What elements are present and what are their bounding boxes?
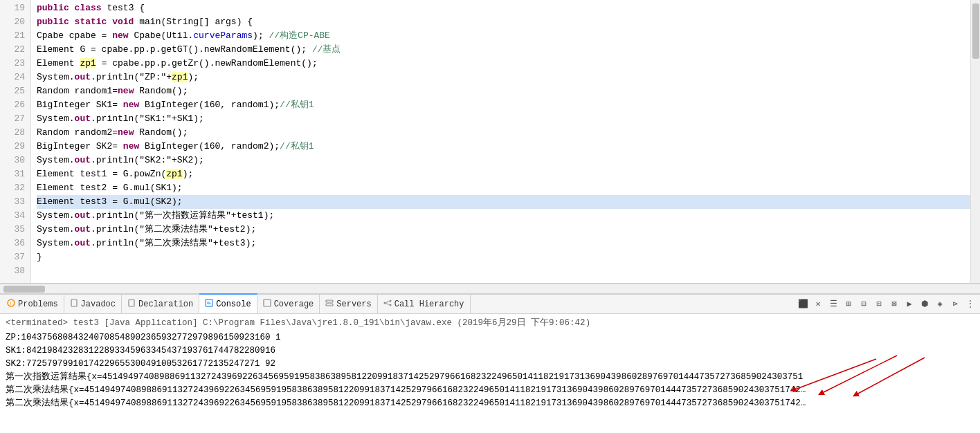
scrollbar-h-thumb[interactable] (3, 286, 45, 293)
code-line-37: } (37, 250, 970, 264)
action-btn-6[interactable]: ⬢ (918, 297, 932, 311)
code-line-36: System.out.println("第二次乘法结果"+test3); (37, 237, 970, 250)
code-line-28: Random random2=new Random(); (37, 126, 970, 140)
tab-label-coverage: Coverage (274, 300, 314, 309)
code-line-34: System.out.println("第一次指数运算结果"+test1); (37, 209, 970, 223)
code-line-27: System.out.println("SK1:"+SK1); (37, 112, 970, 126)
action-btn-9[interactable]: ⋮ (963, 297, 977, 311)
svg-text:!: ! (9, 300, 12, 306)
code-line-32: Element test2 = G.mul(SK1); (37, 181, 970, 195)
horizontal-scrollbar[interactable] (0, 284, 980, 293)
line-numbers: 1920212223242526272829303132333435363738 (0, 0, 31, 283)
line-number-28: 28 (6, 126, 25, 140)
tab-action-area: ⬛✕☰⊞⊟⊡⊠▶⬢◈⊳⋮ (796, 295, 980, 313)
console-body: <terminated> test3 [Java Application] C:… (0, 314, 980, 433)
code-line-33: Element test3 = G.mul(SK2); (37, 195, 970, 209)
line-number-29: 29 (6, 140, 25, 154)
action-btn-4[interactable]: ⊠ (887, 297, 901, 311)
tab-declaration[interactable]: Declaration (122, 295, 199, 313)
line-number-35: 35 (6, 223, 25, 237)
line-number-31: 31 (6, 167, 25, 181)
tab-javadoc[interactable]: Javadoc (64, 295, 122, 313)
console-line-5: 第二次乘法结果{x=451494974089886911327243969226… (6, 384, 974, 397)
line-number-37: 37 (6, 250, 25, 264)
tab-label-problems: Problems (18, 300, 58, 309)
line-number-33: 33 (6, 195, 25, 209)
svg-rect-4 (206, 300, 212, 306)
action-btn-5[interactable]: ▶ (902, 297, 916, 311)
line-number-27: 27 (6, 112, 25, 126)
tab-label-servers: Servers (336, 300, 371, 309)
line-number-22: 22 (6, 43, 25, 57)
line-number-25: 25 (6, 84, 25, 98)
vertical-scrollbar[interactable] (970, 0, 980, 283)
code-line-38 (37, 264, 970, 278)
console-line-2: SK1:842198423283122893345963345437193761… (6, 344, 974, 358)
svg-rect-7 (264, 300, 271, 306)
code-line-23: Element zp1 = cpabe.pp.p.getZr().newRand… (37, 57, 970, 71)
declaration-icon (127, 299, 136, 310)
line-number-32: 32 (6, 181, 25, 195)
line-number-21: 21 (6, 29, 25, 43)
svg-line-13 (385, 301, 389, 302)
javadoc-icon (70, 299, 78, 310)
line-number-23: 23 (6, 57, 25, 71)
tab-label-console: Console (216, 300, 251, 309)
warning-icon: ! (7, 299, 15, 310)
hierarchy-icon (383, 299, 392, 310)
tab-coverage[interactable]: Coverage (257, 295, 320, 313)
tab-servers[interactable]: Servers (320, 295, 377, 313)
svg-point-12 (389, 304, 391, 306)
line-number-24: 24 (6, 71, 25, 84)
line-number-30: 30 (6, 154, 25, 167)
console-area: <terminated> test3 [Java Application] C:… (0, 314, 980, 413)
console-output: ZP:1043756808432407085489023659327729798… (6, 331, 974, 410)
svg-point-11 (389, 300, 391, 302)
line-number-19: 19 (6, 1, 25, 15)
console-line-4: 第一次指数运算结果{x=4514949740898869113272439692… (6, 371, 974, 384)
tab-label-javadoc: Javadoc (81, 300, 116, 309)
action-btn-7[interactable]: ◈ (933, 297, 947, 311)
stop-button[interactable]: ⬛ (796, 297, 810, 311)
clear-button[interactable]: ☰ (826, 297, 840, 311)
line-number-20: 20 (6, 15, 25, 29)
line-number-34: 34 (6, 209, 25, 223)
action-btn-8[interactable]: ⊳ (948, 297, 962, 311)
action-btn-2[interactable]: ⊟ (857, 297, 871, 311)
code-line-30: System.out.println("SK2:"+SK2); (37, 154, 970, 167)
code-line-20: public static void main(String[] args) { (37, 15, 970, 29)
tab-label-call-hierarchy: Call Hierarchy (394, 300, 464, 309)
remove-button[interactable]: ✕ (811, 297, 825, 311)
scrollbar-thumb[interactable] (972, 3, 979, 59)
bottom-section: !ProblemsJavadocDeclarationConsoleCovera… (0, 293, 980, 433)
console-terminated-label: <terminated> test3 [Java Application] C:… (6, 317, 974, 330)
code-line-21: Cpabe cpabe = new Cpabe(Util.curveParams… (37, 29, 970, 43)
tab-console[interactable]: Console (199, 293, 257, 313)
svg-rect-9 (326, 304, 333, 306)
coverage-icon (263, 299, 271, 310)
tab-problems[interactable]: !Problems (1, 295, 64, 313)
line-number-38: 38 (6, 264, 25, 278)
console-line-6: 第二次乘法结果{x=451494974089886911327243969226… (6, 397, 974, 410)
svg-rect-3 (129, 300, 134, 306)
code-line-25: Random random1=new Random(); (37, 84, 970, 98)
tab-call-hierarchy[interactable]: Call Hierarchy (378, 295, 471, 313)
action-btn-3[interactable]: ⊡ (872, 297, 886, 311)
servers-icon (325, 299, 334, 310)
code-line-29: BigInteger SK2= new BigInteger(160, rand… (37, 140, 970, 154)
code-line-22: Element G = cpabe.pp.p.getGT().newRandom… (37, 43, 970, 57)
svg-rect-2 (71, 300, 77, 306)
svg-line-14 (385, 303, 389, 304)
svg-point-10 (383, 302, 385, 304)
code-line-26: BigInteger SK1= new BigInteger(160, rand… (37, 98, 970, 112)
console-line-1: ZP:1043756808432407085489023659327729798… (6, 331, 974, 344)
action-btn-1[interactable]: ⊞ (842, 297, 855, 311)
svg-rect-8 (326, 300, 333, 302)
code-content[interactable]: public class test3 { public static void … (31, 0, 970, 283)
tab-label-declaration: Declaration (138, 300, 193, 309)
code-line-35: System.out.println("第二次乘法结果"+test2); (37, 223, 970, 237)
code-editor: 1920212223242526272829303132333435363738… (0, 0, 980, 284)
line-number-26: 26 (6, 98, 25, 112)
tab-bar: !ProblemsJavadocDeclarationConsoleCovera… (0, 293, 980, 314)
line-number-36: 36 (6, 237, 25, 250)
